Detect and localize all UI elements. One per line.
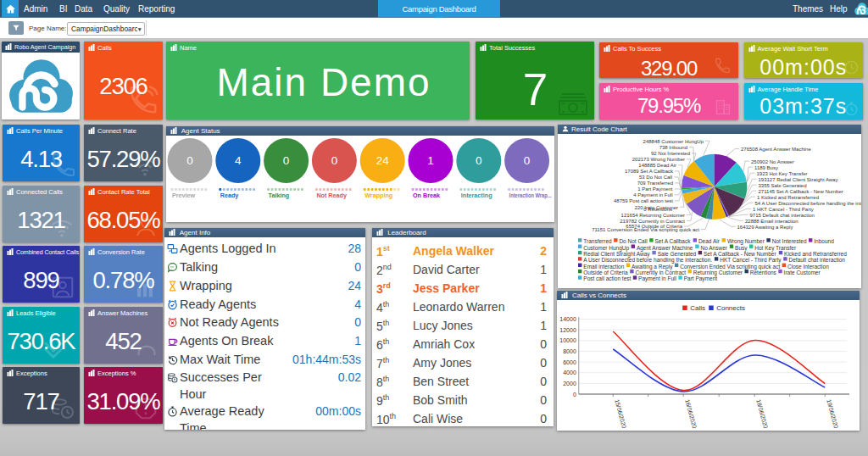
svg-text:Preview: Preview — [172, 191, 196, 198]
svg-text:15/06/2020: 15/06/2020 — [614, 398, 627, 429]
svg-text:Interaction Wrap...: Interaction Wrap... — [509, 191, 552, 198]
svg-text:709 Transferred: 709 Transferred — [637, 181, 673, 186]
svg-text:Dead Air: Dead Air — [698, 238, 721, 244]
svg-text:1923 Hot Key Transfer: 1923 Hot Key Transfer — [757, 171, 808, 176]
svg-text:164329 Awaiting a Reply: 164329 Awaiting a Reply — [737, 225, 793, 230]
svg-text:17089 Set A Callback: 17089 Set A Callback — [625, 169, 674, 174]
svg-text:Retentions: Retentions — [750, 270, 777, 275]
svg-text:Irate Customer: Irate Customer — [784, 270, 821, 275]
svg-text:0: 0 — [476, 154, 482, 167]
svg-text:Part Payment: Part Payment — [684, 275, 718, 282]
svg-text:Transferred: Transferred — [583, 238, 612, 244]
svg-text:Set A Callback: Set A Callback — [655, 238, 692, 244]
svg-text:Default chat interaction: Default chat interaction — [789, 257, 846, 263]
svg-text:193127 Redial Client Straight: 193127 Redial Client Straight Away — [759, 177, 838, 182]
svg-text:16/06/2020: 16/06/2020 — [684, 398, 698, 429]
svg-text:Post call action test: Post call action test — [583, 275, 631, 281]
svg-text:48759 Post call action test: 48759 Post call action test — [614, 198, 673, 203]
svg-text:4000: 4000 — [563, 370, 576, 375]
svg-text:On Break: On Break — [413, 191, 440, 198]
svg-text:1 Kicked and Retransferred: 1 Kicked and Retransferred — [757, 195, 819, 200]
svg-text:Talking: Talking — [269, 191, 290, 198]
svg-text:53 Do Not Call: 53 Do Not Call — [639, 175, 672, 180]
svg-text:12000: 12000 — [559, 327, 576, 333]
svg-text:54 A User Disconnected before: 54 A User Disconnected before handling t… — [755, 201, 861, 206]
svg-text:Not Ready: Not Ready — [316, 191, 347, 198]
svg-text:Inbound: Inbound — [814, 238, 834, 244]
svg-text:Set A Callback - New Number: Set A Callback - New Number — [704, 251, 776, 257]
svg-text:2000: 2000 — [563, 381, 576, 386]
svg-text:Email interaction: Email interaction — [583, 264, 624, 270]
svg-text:0: 0 — [331, 154, 338, 167]
svg-text:14000: 14000 — [559, 316, 576, 322]
svg-text:0: 0 — [283, 154, 290, 167]
svg-text:0: 0 — [186, 154, 193, 167]
svg-text:0: 0 — [524, 154, 531, 167]
svg-text:276508 Agent Answer Machine: 276508 Agent Answer Machine — [741, 147, 811, 152]
svg-text:271145 Set A Callback - New Nu: 271145 Set A Callback - New Number — [759, 189, 843, 194]
svg-text:121654 Returning Customer: 121654 Returning Customer — [621, 213, 685, 218]
svg-text:Kicked and Retransferred: Kicked and Retransferred — [784, 251, 847, 257]
svg-text:738 Inbound: 738 Inbound — [659, 145, 687, 150]
svg-text:148885 Dead Air: 148885 Dead Air — [638, 163, 676, 168]
svg-text:0: 0 — [573, 392, 576, 398]
svg-text:Payment in Full: Payment in Full — [638, 275, 676, 282]
svg-text:Connects: Connects — [716, 304, 745, 312]
svg-text:Calls: Calls — [690, 304, 705, 312]
svg-text:1: 1 — [427, 154, 434, 167]
svg-text:250902 No Answer: 250902 No Answer — [751, 159, 794, 164]
svg-text:Wrapping: Wrapping — [364, 191, 392, 198]
svg-text:No Answer: No Answer — [701, 245, 728, 251]
svg-text:Do Not Call: Do Not Call — [619, 238, 648, 244]
svg-text:1189 Busy: 1189 Busy — [754, 165, 778, 170]
svg-text:9715 Default chat interaction: 9715 Default chat interaction — [750, 213, 815, 218]
svg-text:92 Not Interested: 92 Not Interested — [651, 151, 690, 156]
svg-text:19/06/2020: 19/06/2020 — [826, 398, 839, 429]
svg-text:Outside of Criteria: Outside of Criteria — [583, 270, 628, 275]
svg-text:18/06/2020: 18/06/2020 — [755, 398, 769, 429]
svg-text:1 Part Payment: 1 Part Payment — [637, 186, 673, 192]
svg-text:Ready: Ready — [220, 191, 239, 198]
svg-text:Close Interaction: Close Interaction — [787, 264, 829, 270]
svg-text:Sale Generated: Sale Generated — [658, 251, 697, 257]
svg-text:Interacting: Interacting — [461, 191, 492, 198]
svg-text:1 HKT Cancel - Third Party: 1 HKT Cancel - Third Party — [753, 207, 814, 212]
svg-text:4 Payment in Full: 4 Payment in Full — [633, 192, 672, 197]
svg-text:6000: 6000 — [563, 359, 576, 365]
svg-text:4: 4 — [235, 154, 242, 167]
svg-text:24: 24 — [376, 154, 390, 167]
svg-text:8000: 8000 — [563, 348, 576, 354]
svg-text:248848 Customer HungUp: 248848 Customer HungUp — [643, 139, 704, 144]
svg-text:71151 Conversion Ended Via scr: 71151 Conversion Ended Via scripting qui… — [592, 227, 699, 232]
svg-text:Not Interested: Not Interested — [772, 238, 807, 244]
svg-text:3355 Sale Generated: 3355 Sale Generated — [759, 183, 807, 188]
svg-text:10000: 10000 — [559, 337, 576, 343]
svg-text:22888 Email interaction: 22888 Email interaction — [745, 219, 798, 224]
svg-text:202173 Wrong Number: 202173 Wrong Number — [632, 157, 685, 162]
svg-text:219782 Currently in Contract: 219782 Currently in Contract — [620, 219, 685, 224]
svg-text:0 Retentions: 0 Retentions — [643, 207, 672, 212]
